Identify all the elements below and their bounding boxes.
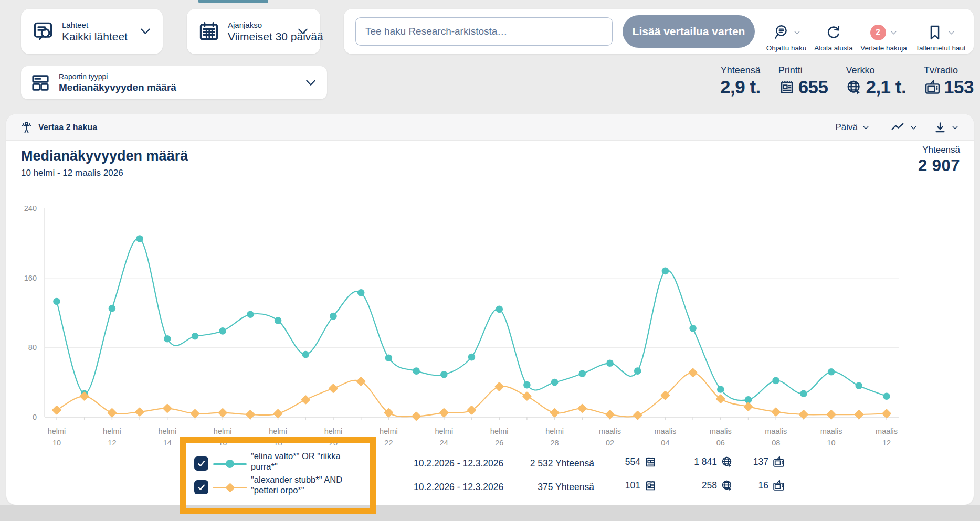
stat-value: 2,1 t. [866, 77, 906, 98]
media-visibility-chart: 080160240helmi10helmi12helmi14helmi16hel… [6, 193, 909, 455]
guided-search-icon [772, 24, 789, 41]
bookmark-icon [926, 24, 944, 41]
period-filter-card[interactable]: Ajanjakso Viimeiset 30 päivää [187, 9, 320, 54]
tv-icon [924, 79, 941, 96]
svg-text:maalis06: maalis06 [710, 427, 732, 447]
svg-text:maalis02: maalis02 [599, 427, 621, 447]
chevron-down-icon[interactable] [139, 25, 152, 38]
svg-text:helmi18: helmi18 [269, 427, 287, 447]
svg-text:helmi14: helmi14 [158, 427, 176, 447]
compare-searches-label: Vertaa 2 hakua [38, 123, 97, 132]
sources-filter-card[interactable]: Lähteet Kaikki lähteet [21, 9, 163, 54]
action-aloita-alusta[interactable]: Aloita alusta [810, 22, 857, 56]
tv-icon [772, 455, 785, 469]
period-value: Viimeiset 30 päivää [228, 30, 296, 43]
search-toolbar-card: Lisää vertailua varten Ohjattu hakuAloit… [344, 9, 974, 54]
stat-value: 153 [944, 77, 974, 98]
chevron-down-icon [862, 124, 870, 132]
stat-value: 655 [798, 77, 828, 98]
newspaper-icon [644, 479, 657, 492]
comparison-date-range: 10.2.2026 - 12.3.2026 [414, 482, 503, 493]
download-menu[interactable] [933, 121, 959, 134]
count-value: 101 [625, 480, 640, 491]
count-value: 258 [702, 480, 717, 491]
stat-verkko: Verkko2,1 t. [846, 65, 906, 98]
report-type-card[interactable]: Raportin tyyppi Medianäkyvyyden määrä [21, 66, 327, 99]
comparison-web-count: 258 [665, 479, 734, 492]
comparison-print-count: 554 [593, 455, 657, 469]
svg-text:helmi12: helmi12 [103, 427, 121, 447]
count-value: 16 [758, 480, 768, 491]
interval-selector[interactable]: Päivä [835, 122, 870, 133]
action-vertaile-hakuja[interactable]: 2Vertaile hakuja [856, 22, 911, 56]
download-icon [933, 121, 947, 134]
comparison-tv-count: 16 [728, 479, 785, 492]
stat-label: Verkko [846, 65, 906, 76]
svg-text:helmi28: helmi28 [545, 427, 564, 447]
comparison-print-count: 101 [593, 479, 657, 492]
search-input[interactable] [355, 17, 613, 46]
svg-text:0: 0 [33, 413, 37, 421]
newspaper-icon [778, 79, 796, 96]
legend-checkbox[interactable] [194, 456, 208, 471]
tv-icon [772, 479, 785, 492]
newspaper-icon [644, 455, 657, 469]
svg-text:helmi10: helmi10 [48, 427, 66, 447]
stat-yhteens-: Yhteensä2,9 t. [720, 65, 761, 98]
chart-total-label: Yhteensä [922, 145, 960, 155]
action-tallennetut-haut[interactable]: Tallennetut haut [912, 22, 970, 56]
top-accent-bar [198, 0, 268, 3]
restart-icon [825, 24, 842, 41]
stat-label: Yhteensä [720, 65, 761, 76]
compare-searches-tag: Vertaa 2 hakua [20, 114, 97, 141]
sources-list-search-icon [31, 20, 55, 43]
legend-checkbox[interactable] [194, 480, 208, 494]
compare-count-badge: 2 [870, 25, 886, 40]
chart-date-range: 10 helmi - 12 maalis 2026 [21, 168, 123, 178]
chart-total-value: 2 907 [918, 156, 960, 175]
stat-label: Printti [778, 65, 828, 76]
comparison-date-range: 10.2.2026 - 12.3.2026 [414, 458, 503, 469]
chart-title: Medianäkyvyyden määrä [21, 148, 188, 164]
report-type-icon [30, 73, 50, 93]
svg-text:160: 160 [24, 274, 37, 282]
line-chart-icon [890, 121, 905, 134]
svg-text:maalis12: maalis12 [876, 427, 898, 447]
chevron-down-icon [951, 124, 959, 132]
media-type-stats: Yhteensä2,9 t.Printti655Verkko2,1 t.Tv/r… [720, 65, 974, 98]
action-label: Ohjattu haku [760, 44, 813, 52]
count-value: 554 [625, 456, 640, 467]
comparison-tv-count: 137 [728, 455, 785, 469]
svg-text:helmi24: helmi24 [435, 427, 453, 447]
svg-text:helmi20: helmi20 [324, 427, 343, 447]
chevron-down-icon [910, 124, 918, 132]
legend-series-sample [213, 460, 247, 468]
diamond-marker-icon [225, 483, 235, 492]
action-label: Tallennetut haut [912, 44, 970, 52]
period-label: Ajanjakso [228, 20, 296, 29]
chevron-down-icon [793, 29, 801, 37]
svg-text:helmi16: helmi16 [214, 427, 232, 447]
sources-label: Lähteet [62, 20, 139, 29]
globe-icon [846, 79, 863, 96]
svg-text:80: 80 [28, 343, 37, 352]
stat-value: 2,9 t. [720, 77, 761, 98]
interval-value: Päivä [835, 122, 858, 133]
circle-marker-icon [226, 460, 234, 468]
chevron-down-icon[interactable] [304, 76, 318, 90]
legend-query-text: "alexander stubb*" AND "petteri orpo*" [251, 475, 356, 495]
add-to-comparison-button[interactable]: Lisää vertailua varten [623, 15, 755, 48]
svg-text:helmi22: helmi22 [380, 427, 398, 447]
svg-text:maalis10: maalis10 [820, 427, 842, 447]
legend-series-sample [213, 483, 247, 492]
chart-type-selector[interactable] [890, 121, 918, 134]
action-ohjattu-haku[interactable]: Ohjattu haku [760, 22, 813, 56]
action-label: Aloita alusta [810, 44, 857, 52]
chevron-down-icon[interactable] [296, 25, 310, 38]
svg-text:maalis04: maalis04 [654, 427, 676, 447]
chart-panel: Vertaa 2 hakua Päivä Medianäkyvyyden mää… [6, 114, 974, 505]
stat-tv-radio: Tv/radio153 [924, 65, 974, 98]
report-type-value: Medianäkyvyyden määrä [59, 82, 304, 93]
compare-person-icon [20, 121, 33, 134]
action-label: Vertaile hakuja [856, 44, 911, 52]
